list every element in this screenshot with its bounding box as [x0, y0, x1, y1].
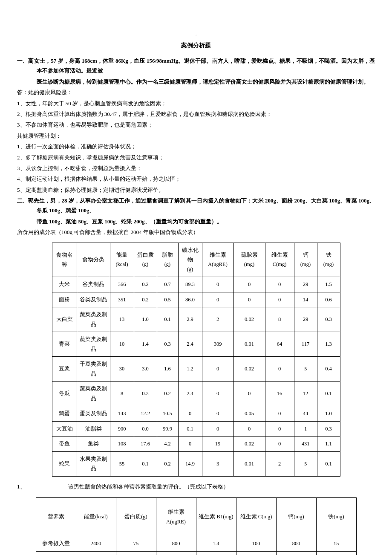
table-cell: 10.5 [157, 406, 178, 422]
sub-q1-text: 该男性膳食的热能和各种营养素摄取量的评价。（完成以下表格） [68, 482, 229, 491]
table-cell: 1.2 [178, 357, 202, 382]
table-cell: 0 [265, 421, 294, 436]
table-cell: 12 [294, 382, 317, 406]
table-cell: 0.7 [157, 277, 178, 292]
table-cell: 2.4 [178, 332, 202, 357]
table-cell: 3.0 [134, 357, 157, 382]
table-cell: 1 [294, 421, 317, 436]
table-cell: 1.3 [317, 332, 340, 357]
table-cell: 29 [294, 277, 317, 292]
table-cell: 1.5 [317, 277, 340, 292]
q1-risk-1: 1、女性，年龄大于 50 岁，是心脑血管疾病高发的危险因素； [17, 98, 375, 108]
table-cell: 青菜 [52, 332, 77, 357]
q2-note: 所食用的成分表（100g 可食部含量，数据摘自 2004 年版中国食物成分表） [17, 227, 375, 237]
table-cell: 0 [265, 436, 294, 452]
table-cell: 0 [202, 406, 233, 422]
q2-stem-line2: 带鱼 100g、菜油 50g、豆浆 100g、蛇果 200g、（重量均为可食部的… [17, 217, 375, 226]
food-composition-table: 食物名称 食物分类 能量 (kcal) 蛋白质(g) 脂肪 (g) 碳水化物 (… [52, 243, 340, 477]
table-cell: 参考摄入量 [36, 536, 76, 552]
table-cell: 800 [276, 536, 316, 552]
table-cell: 19 [202, 436, 233, 452]
table-cell: 351 [110, 292, 134, 307]
table-row: 鸡蛋蛋类及制品14312.210.5000.050441.0 [52, 406, 340, 422]
table-cell: 0 [233, 382, 265, 406]
table-cell: 面粉 [52, 292, 77, 307]
table-cell: 0 [202, 277, 233, 292]
col-vit-b1: 维生素 B1(mg) [196, 498, 236, 536]
q1-risk-2: 2、根据身高体重计算出体质指数为 30.47，属于肥胖，且爱吃甜食，是心血管疾病… [17, 109, 375, 119]
table-cell: 0 [233, 421, 265, 436]
table-cell: 0 [265, 357, 294, 382]
table-cell: 0 [233, 292, 265, 307]
table-row: 大白菜蔬菜类及制品131.00.12.920.028290.3 [52, 307, 340, 332]
table-cell: 89.3 [178, 277, 202, 292]
table-cell: 36.5 [116, 551, 156, 555]
table-cell: 108 [110, 436, 134, 452]
table-cell: 蔬菜类及制品 [77, 382, 110, 406]
table-cell: 2 [265, 451, 294, 476]
col-energy: 能量 (kcal) [110, 243, 134, 277]
col-vit-a: 维生素 A(ugRE) [202, 243, 233, 277]
col-food-category: 食物分类 [77, 243, 110, 277]
table-cell: 0.0 [134, 421, 157, 436]
table-cell: 5 [294, 357, 317, 382]
table-cell: 蔬菜类及制品 [77, 307, 110, 332]
table-cell: 0.1 [134, 451, 157, 476]
col-energy: 能量(kcal) [76, 498, 116, 536]
q1-risk-3: 3、不参加体育运动，也容易导致肥胖，也是高危因素； [17, 120, 375, 130]
table-cell: 鱼类 [77, 436, 110, 452]
table-row: 豆浆干豆类及制品303.01.61.200.02050.4 [52, 357, 340, 382]
table-cell: 44 [294, 406, 317, 422]
table-cell: 3 [202, 451, 233, 476]
table-row: 大豆油油脂类9000.099.90.100010.3 [52, 421, 340, 436]
page-title: 案例分析题 [17, 40, 375, 51]
table-cell: 水果类及制品 [77, 451, 110, 476]
table-cell: 干豆类及制品 [77, 357, 110, 382]
table-cell: 30 [110, 357, 134, 382]
table-cell: 0.01 [233, 451, 265, 476]
table-cell: 8 [265, 307, 294, 332]
table-cell: 8.75 [316, 551, 356, 555]
table-cell: 0.1 [178, 421, 202, 436]
table-cell: 0.5 [157, 292, 178, 307]
table-cell: 蛇果 [52, 451, 77, 476]
q1-plan-4: 4、制定运动计划，根据体检结果，从小量的运动开始，持之以恒； [17, 174, 375, 184]
table-cell: 431 [294, 436, 317, 452]
table-cell: 10 [110, 332, 134, 357]
table-cell: 55 [110, 451, 134, 476]
table-cell: 0.3 [157, 332, 178, 357]
table-cell: 14 [294, 292, 317, 307]
table-cell: 2.9 [178, 307, 202, 332]
table-cell: 2400 [76, 536, 116, 552]
table-cell: 谷类制品 [77, 277, 110, 292]
table-cell: 0.2 [157, 451, 178, 476]
table-cell: 谷类及制品 [77, 292, 110, 307]
table-cell: 0.2 [134, 277, 157, 292]
table-cell: 117 [294, 332, 317, 357]
page-dot: . [17, 30, 375, 38]
q1-stem-line1: 一、高女士，57 岁，身高 168cm，体重 86Kg，血压 156/98mmH… [17, 56, 375, 76]
table-row: 参考摄入量2400758001.410080015 [36, 536, 356, 552]
table-cell: 15 [316, 536, 356, 552]
q1-plan-2: 2、多了解糖尿病有关知识，掌握糖尿病的危害及注意事项； [17, 153, 375, 162]
table-cell: 12.2 [134, 406, 157, 422]
table-cell: 0.14 [196, 551, 236, 555]
table-cell: 0.1 [157, 307, 178, 332]
table-cell: 大豆油 [52, 421, 77, 436]
table-row: 大米谷类制品3660.20.789.3000291.5 [52, 277, 340, 292]
table-cell: 14.9 [178, 451, 202, 476]
table-cell: 0.1 [317, 382, 340, 406]
table-cell: 0 [265, 292, 294, 307]
table-cell: 99.9 [157, 421, 178, 436]
table-cell: 0.02 [233, 357, 265, 382]
table-cell: 86.0 [178, 292, 202, 307]
q1-stem-line2: 医生诊断为糖尿病，转到健康管理中心。作为一名三级健康管理师，请您定性评价高女士的… [17, 77, 375, 87]
table-cell: 1.0 [134, 307, 157, 332]
table-cell: 2 [202, 307, 233, 332]
table-cell: 大白菜 [52, 307, 77, 332]
table-row: 带鱼鱼类10817.64.20190.0204311.1 [52, 436, 340, 452]
table-header-row: 食物名称 食物分类 能量 (kcal) 蛋白质(g) 脂肪 (g) 碳水化物 (… [52, 243, 340, 277]
q1-plan-label: 其健康管理计划： [17, 131, 375, 141]
table-cell: 734 [276, 551, 316, 555]
table-row: 面粉谷类及制品3510.20.586.0000140.6 [52, 292, 340, 307]
